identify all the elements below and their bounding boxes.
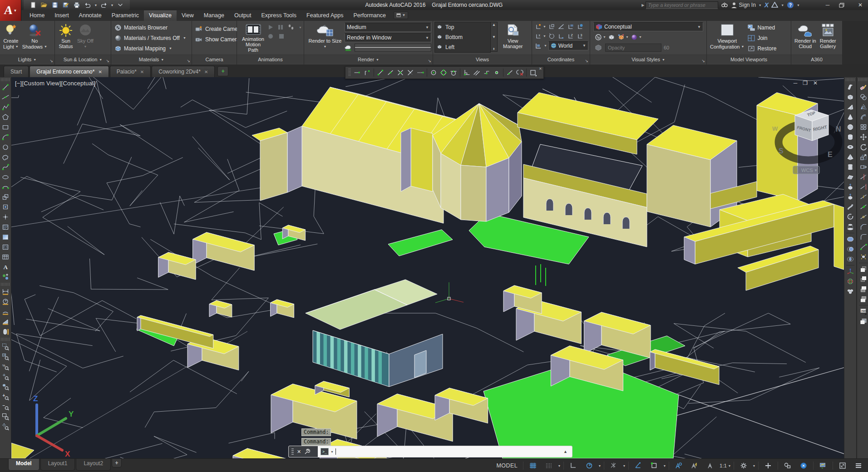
add-selected-icon[interactable] (0, 272, 10, 282)
customize-toggle-icon[interactable] (851, 460, 866, 471)
bring-front-icon[interactable] (858, 264, 868, 274)
otrack-toggle-icon[interactable] (631, 460, 646, 471)
extrude-icon[interactable] (845, 182, 855, 192)
snap-apparent-icon[interactable] (405, 68, 415, 78)
command-input-caret[interactable] (335, 448, 336, 455)
sun-location-panel-footer[interactable]: Sun & Location▼↘ (55, 54, 111, 64)
status-dropdown-icon[interactable]: ▼ (752, 460, 756, 471)
hatch-back-icon[interactable] (858, 316, 868, 326)
ribbon-tab-output[interactable]: Output (229, 10, 256, 21)
bring-above-icon[interactable] (858, 284, 868, 294)
sign-in-button[interactable]: Sign In (731, 2, 755, 9)
ucs-3-icon[interactable]: 3 (575, 31, 585, 41)
status-dropdown-icon[interactable]: ▼ (597, 460, 602, 471)
coordinates-dialog-launcher-icon[interactable]: ↘ (585, 59, 588, 63)
mirror-icon[interactable] (858, 102, 868, 112)
ucs-prev-icon[interactable] (547, 31, 556, 41)
xline-icon[interactable] (0, 92, 10, 102)
ribbon-tab-annotate[interactable]: Annotate (74, 10, 107, 21)
minimize-button[interactable]: ─ (823, 2, 833, 8)
hatch-icon[interactable] (0, 222, 10, 232)
file-tab[interactable]: Grajal Entorno cercano*✕ (30, 66, 108, 77)
scroll-expand-icon[interactable]: ⇟ (493, 47, 495, 51)
qat-new-icon[interactable] (28, 1, 38, 9)
ribbon-tab-featured-apps[interactable]: Featured Apps (301, 10, 348, 21)
search-expand-icon[interactable]: ▶ (641, 3, 644, 7)
layout-tab-layout2[interactable]: Layout2 (76, 459, 111, 471)
union-icon[interactable] (845, 234, 855, 244)
circle-icon[interactable] (0, 142, 10, 152)
render-output-path-field[interactable] (355, 44, 431, 52)
ribbon-tab-performance[interactable]: Performance (348, 10, 391, 21)
restore-button[interactable] (839, 3, 849, 8)
a360-dropdown-icon[interactable]: ▼ (781, 4, 784, 7)
snap-insertion-icon[interactable] (482, 68, 492, 78)
dim-slope-icon[interactable] (0, 317, 10, 327)
ucs-dot-dropdown-icon[interactable]: ▼ (543, 25, 547, 28)
ucs-angle-icon[interactable] (556, 22, 566, 31)
visual-styles-panel-footer[interactable]: Visual Styles▼↘ (590, 54, 706, 64)
qat-save-icon[interactable] (50, 1, 60, 9)
render-dialog-launcher-icon[interactable]: ↘ (428, 59, 431, 63)
stretch-icon[interactable] (858, 162, 868, 172)
viewport-restore-icon[interactable]: ❐ (803, 80, 808, 86)
visual-style-combo[interactable]: Conceptual▼ (593, 22, 703, 31)
spline-icon[interactable] (0, 162, 10, 172)
vs-nodefault-icon[interactable] (593, 32, 603, 42)
table-icon[interactable] (0, 252, 10, 262)
toolbar-grip[interactable] (1, 283, 10, 286)
snap-nearest-icon[interactable] (505, 68, 515, 78)
earc-icon[interactable] (0, 182, 10, 192)
command-line[interactable]: ✕ >_ ▼ ▲ (288, 446, 572, 457)
send-back-icon[interactable] (858, 274, 868, 284)
ucs-x-icon[interactable]: x (533, 31, 543, 41)
toolbar-grip[interactable] (1, 338, 10, 341)
presspull-icon[interactable] (845, 192, 855, 202)
explode-icon[interactable] (858, 252, 868, 262)
array-icon[interactable] (858, 122, 868, 132)
snap-center-icon[interactable] (429, 68, 439, 78)
sun-dialog-launcher-icon[interactable]: ↘ (106, 59, 109, 63)
qat-dropdown-icon[interactable]: ▼ (110, 4, 114, 7)
materials-panel-footer[interactable]: Materials▼↘ (111, 54, 192, 64)
qat-saveas-icon[interactable] (61, 1, 71, 9)
ellipse-icon[interactable] (0, 172, 10, 182)
lights-dialog-launcher-icon[interactable]: ↘ (49, 59, 53, 63)
zoom-center-icon[interactable] (0, 372, 10, 382)
view-list-item[interactable]: Bottom (435, 32, 490, 42)
qat-redo-icon[interactable] (99, 1, 109, 9)
sign-in-dropdown-icon[interactable]: ▼ (759, 4, 762, 7)
wedge-icon[interactable] (845, 102, 855, 112)
fillet-icon[interactable] (858, 232, 868, 242)
materials-browser-button[interactable]: Materials Browser (113, 22, 188, 33)
extend-icon[interactable] (858, 182, 868, 192)
region-icon[interactable] (0, 242, 10, 252)
model-space-button[interactable]: MODEL (493, 460, 521, 471)
scroll-up-icon[interactable]: ▲ (492, 23, 496, 27)
status-dropdown-icon[interactable]: ▼ (622, 460, 626, 471)
pyramid-icon[interactable] (845, 152, 855, 162)
scroll-down-icon[interactable]: ▼ (492, 35, 496, 39)
view-list-item[interactable]: Top (435, 22, 490, 32)
animation-walk-icon[interactable] (288, 25, 294, 30)
arc-icon[interactable] (0, 132, 10, 142)
break-point-icon[interactable] (858, 192, 868, 202)
zoom-extents-icon[interactable] (0, 422, 10, 432)
grid-toggle-icon[interactable] (525, 460, 541, 471)
qat-plot-icon[interactable] (72, 1, 82, 9)
snap-toggle-icon[interactable] (541, 460, 557, 471)
command-line-grip[interactable]: ✕ (289, 446, 318, 457)
ucs-dropdown-icon[interactable]: ▼ (544, 44, 547, 47)
point-icon[interactable] (0, 212, 10, 222)
animation-record-icon[interactable] (268, 34, 273, 39)
scale-icon[interactable] (858, 152, 868, 162)
trim-icon[interactable] (858, 172, 868, 182)
copy-icon[interactable] (858, 92, 868, 102)
ucs-dot-icon[interactable] (533, 22, 543, 31)
exchange-apps-icon[interactable]: X (764, 1, 769, 9)
isodraft-toggle-icon[interactable] (606, 460, 621, 471)
gradient-icon[interactable] (0, 232, 10, 242)
viewport-configuration-button[interactable]: Viewport Configuration▼ (708, 22, 746, 54)
file-tab-close-icon[interactable]: ✕ (140, 69, 144, 74)
make-block-icon[interactable] (0, 202, 10, 212)
